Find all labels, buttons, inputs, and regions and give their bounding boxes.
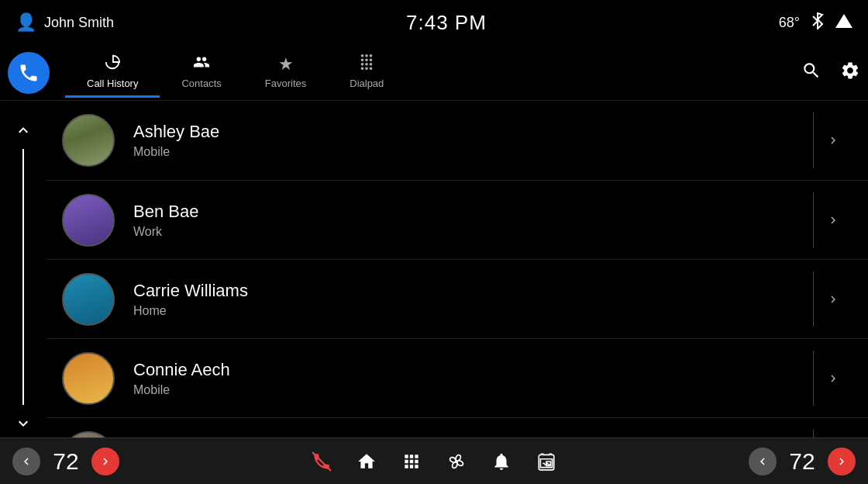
list-divider xyxy=(813,112,814,168)
right-temp-increase-button[interactable] xyxy=(828,448,856,475)
contact-name: Carrie Williams xyxy=(133,281,814,301)
status-time: 7:43 PM xyxy=(406,11,487,35)
contact-name: Ashley Bae xyxy=(133,122,814,142)
call-history-icon xyxy=(104,54,121,74)
contacts-icon xyxy=(192,54,211,74)
list-divider xyxy=(813,351,814,406)
svg-line-1 xyxy=(312,452,331,471)
status-bar: 👤 John Smith 7:43 PM 68° xyxy=(0,0,868,45)
phone-button[interactable] xyxy=(8,52,50,94)
svg-marker-0 xyxy=(835,14,852,28)
apps-button[interactable] xyxy=(401,451,422,472)
bottom-bar: 72 xyxy=(0,437,868,484)
right-temp-decrease-button[interactable] xyxy=(749,448,777,475)
left-temp-decrease-button[interactable] xyxy=(12,448,40,475)
temperature-display: 68° xyxy=(779,15,800,31)
tab-call-history-label: Call History xyxy=(87,78,138,89)
nav-tabs: Call History Contacts ★ Favorites Dialpa… xyxy=(65,47,801,98)
scroll-controls xyxy=(0,101,46,437)
contact-info: Ben Bae Work xyxy=(133,202,814,239)
climate-button[interactable] xyxy=(536,451,556,472)
contact-type: Work xyxy=(133,225,814,239)
signal-icon xyxy=(835,14,852,32)
left-temp-control: 72 xyxy=(12,448,119,475)
avatar xyxy=(62,114,115,167)
contact-chevron[interactable] xyxy=(814,292,852,306)
avatar xyxy=(62,273,115,326)
contact-name: Ben Bae xyxy=(133,202,814,222)
contact-type: Home xyxy=(133,304,814,318)
status-left: 👤 John Smith xyxy=(16,12,114,33)
tab-dialpad-label: Dialpad xyxy=(350,78,384,89)
nav-actions xyxy=(801,60,860,85)
contact-type: Mobile xyxy=(133,145,814,159)
contact-chevron[interactable] xyxy=(814,213,852,227)
settings-button[interactable] xyxy=(840,60,860,85)
contact-chevron[interactable] xyxy=(814,372,852,385)
svg-point-2 xyxy=(455,459,458,462)
list-divider xyxy=(813,192,814,247)
scroll-down-button[interactable] xyxy=(9,410,37,437)
favorites-icon: ★ xyxy=(278,54,294,74)
avatar xyxy=(62,431,115,438)
avatar xyxy=(62,194,115,247)
tab-favorites-label: Favorites xyxy=(265,78,306,89)
list-item[interactable]: Ben Bae Work xyxy=(46,180,868,259)
left-temp-increase-button[interactable] xyxy=(91,448,119,475)
user-name: John Smith xyxy=(44,15,114,31)
bluetooth-icon xyxy=(811,12,825,33)
contact-list: Ashley Bae Mobile Ben Bae Work xyxy=(46,101,868,437)
contact-info: Carrie Williams Home xyxy=(133,281,814,318)
search-button[interactable] xyxy=(801,60,822,85)
phone-mute-button[interactable] xyxy=(312,451,332,472)
list-item[interactable]: Ashley Bae Mobile xyxy=(46,101,868,180)
tab-favorites[interactable]: ★ Favorites xyxy=(243,47,328,98)
right-temp-value: 72 xyxy=(783,448,822,475)
tab-contacts-label: Contacts xyxy=(181,78,221,89)
user-icon: 👤 xyxy=(16,12,36,33)
contact-type: Mobile xyxy=(133,383,814,397)
bottom-center-controls xyxy=(312,451,556,472)
home-button[interactable] xyxy=(356,451,377,472)
list-item[interactable]: Connie Aech Mobile xyxy=(46,338,868,417)
list-item[interactable]: Carrie Williams Home xyxy=(46,259,868,338)
right-temp-control: 72 xyxy=(749,448,856,475)
status-right: 68° xyxy=(779,12,852,33)
tab-contacts[interactable]: Contacts xyxy=(160,47,243,98)
left-temp-value: 72 xyxy=(46,448,85,475)
dialpad-icon xyxy=(358,54,375,74)
avatar xyxy=(62,352,115,405)
contact-info: Connie Aech Mobile xyxy=(133,360,814,397)
tab-dialpad[interactable]: Dialpad xyxy=(328,47,405,98)
contact-name: Connie Aech xyxy=(133,360,814,380)
contact-chevron[interactable] xyxy=(814,133,852,147)
list-divider xyxy=(813,271,814,327)
contact-info: Ashley Bae Mobile xyxy=(133,122,814,159)
tab-call-history[interactable]: Call History xyxy=(65,47,160,98)
list-item[interactable]: Craig Anderson xyxy=(46,417,868,437)
nav-bar: Call History Contacts ★ Favorites Dialpa… xyxy=(0,45,868,101)
main-content: Ashley Bae Mobile Ben Bae Work xyxy=(0,101,868,437)
notification-button[interactable] xyxy=(491,451,512,472)
fan-button[interactable] xyxy=(446,451,467,472)
scroll-indicator xyxy=(22,149,24,405)
scroll-up-button[interactable] xyxy=(9,116,37,144)
list-divider xyxy=(813,430,814,437)
